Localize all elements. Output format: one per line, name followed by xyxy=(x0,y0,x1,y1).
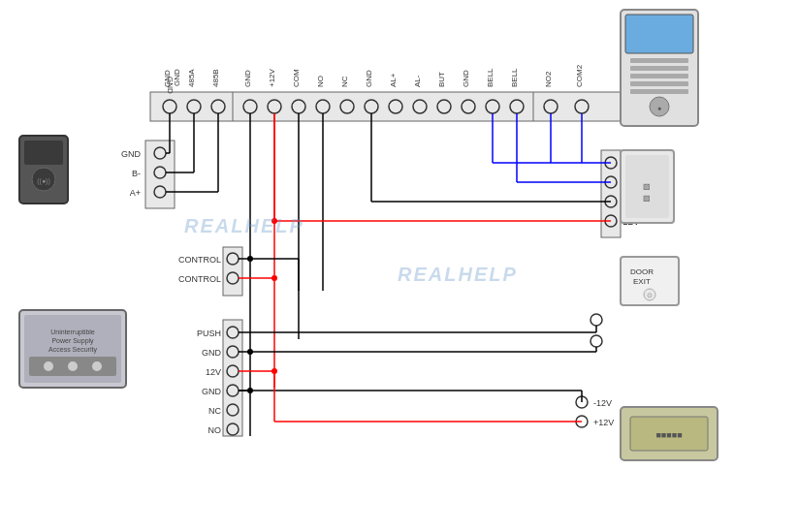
svg-point-140 xyxy=(44,361,53,371)
svg-rect-123 xyxy=(630,58,688,63)
svg-text:12V: 12V xyxy=(206,367,221,377)
svg-text:GND: GND xyxy=(202,387,222,396)
svg-text:AL+: AL+ xyxy=(389,73,398,87)
svg-text:((●)): ((●)) xyxy=(37,177,50,185)
svg-point-117 xyxy=(247,256,253,262)
svg-text:BELL: BELL xyxy=(486,68,495,87)
svg-rect-1 xyxy=(150,92,625,121)
svg-text:⊙: ⊙ xyxy=(647,292,653,298)
svg-text:CONTROL: CONTROL xyxy=(178,274,221,284)
svg-text:Access Security: Access Security xyxy=(48,346,97,354)
svg-rect-125 xyxy=(630,74,688,78)
svg-text:EXIT: EXIT xyxy=(633,277,651,286)
svg-text:▧: ▧ xyxy=(643,182,651,191)
svg-text:Power Supply: Power Supply xyxy=(51,337,94,345)
svg-text:GND: GND xyxy=(365,70,373,87)
svg-rect-124 xyxy=(630,66,688,71)
svg-text:▧: ▧ xyxy=(643,194,651,203)
svg-point-118 xyxy=(247,349,253,355)
svg-text:+12V: +12V xyxy=(593,418,614,427)
svg-text:■■■■■: ■■■■■ xyxy=(655,430,682,440)
svg-text:485A: 485A xyxy=(187,69,196,87)
svg-text:●: ● xyxy=(657,105,661,111)
svg-text:B-: B- xyxy=(132,169,141,178)
svg-text:+12V: +12V xyxy=(268,68,276,87)
svg-text:BUT: BUT xyxy=(437,72,446,87)
svg-point-141 xyxy=(68,361,78,371)
svg-text:REALHELP: REALHELP xyxy=(184,215,304,236)
svg-text:GND: GND xyxy=(202,348,222,358)
svg-text:CONTROL: CONTROL xyxy=(178,255,221,265)
svg-rect-131 xyxy=(24,141,63,165)
svg-text:NC: NC xyxy=(340,76,349,87)
svg-text:GND: GND xyxy=(462,70,470,87)
svg-text:AL-: AL- xyxy=(413,75,422,87)
svg-text:COM2: COM2 xyxy=(575,64,584,87)
svg-rect-52 xyxy=(223,320,242,436)
svg-text:485B: 485B xyxy=(211,69,220,87)
svg-text:-12V: -12V xyxy=(593,398,612,408)
svg-text:PUSH: PUSH xyxy=(197,329,221,338)
svg-rect-47 xyxy=(223,247,242,296)
svg-text:Uninterruptible: Uninterruptible xyxy=(50,329,95,336)
svg-text:GND: GND xyxy=(121,149,142,159)
wiring-diagram: GND GND GND 485A 485B GND +12V COM NO NC… xyxy=(0,0,798,532)
svg-text:DOOR: DOOR xyxy=(630,267,654,276)
svg-rect-126 xyxy=(630,81,688,86)
svg-point-93 xyxy=(271,275,277,281)
svg-point-142 xyxy=(92,361,102,371)
svg-text:NC: NC xyxy=(208,406,221,416)
svg-text:REALHELP: REALHELP xyxy=(398,264,518,285)
svg-text:COM: COM xyxy=(292,69,301,87)
svg-text:BELL: BELL xyxy=(510,68,519,87)
svg-text:NO2: NO2 xyxy=(544,71,553,87)
svg-text:A+: A+ xyxy=(130,188,141,198)
svg-text:GND: GND xyxy=(163,70,172,87)
svg-text:GND: GND xyxy=(243,70,252,87)
svg-text:NO: NO xyxy=(208,425,222,435)
svg-rect-127 xyxy=(630,89,688,94)
svg-rect-122 xyxy=(625,15,693,53)
svg-text:NO: NO xyxy=(316,76,325,87)
